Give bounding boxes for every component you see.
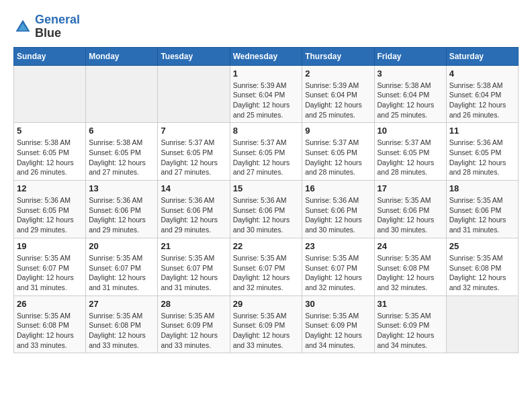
calendar-cell	[86, 65, 158, 123]
day-info: Sunrise: 5:36 AM Sunset: 6:05 PM Dayligh…	[449, 138, 515, 177]
day-info: Sunrise: 5:35 AM Sunset: 6:07 PM Dayligh…	[161, 253, 226, 293]
day-info: Sunrise: 5:35 AM Sunset: 6:09 PM Dayligh…	[378, 311, 443, 351]
calendar-cell: 31Sunrise: 5:35 AM Sunset: 6:09 PM Dayli…	[374, 295, 446, 353]
calendar-cell: 10Sunrise: 5:37 AM Sunset: 6:05 PM Dayli…	[374, 123, 446, 181]
day-number: 27	[89, 299, 154, 309]
weekday-header-saturday: Saturday	[446, 47, 518, 65]
day-number: 20	[89, 241, 154, 251]
day-number: 7	[161, 126, 226, 136]
calendar-cell: 24Sunrise: 5:35 AM Sunset: 6:08 PM Dayli…	[374, 238, 446, 295]
calendar-cell: 3Sunrise: 5:38 AM Sunset: 6:04 PM Daylig…	[374, 65, 446, 123]
calendar-cell: 8Sunrise: 5:37 AM Sunset: 6:05 PM Daylig…	[230, 123, 302, 181]
calendar-cell: 29Sunrise: 5:35 AM Sunset: 6:09 PM Dayli…	[230, 295, 302, 353]
day-info: Sunrise: 5:39 AM Sunset: 6:04 PM Dayligh…	[305, 81, 371, 120]
calendar-cell: 15Sunrise: 5:36 AM Sunset: 6:06 PM Dayli…	[230, 181, 302, 238]
weekday-header-thursday: Thursday	[302, 47, 374, 65]
calendar-cell: 5Sunrise: 5:38 AM Sunset: 6:05 PM Daylig…	[14, 123, 86, 181]
calendar-cell	[446, 295, 518, 353]
calendar-cell	[14, 65, 86, 123]
day-info: Sunrise: 5:35 AM Sunset: 6:07 PM Dayligh…	[89, 253, 154, 293]
day-number: 29	[233, 299, 300, 309]
day-info: Sunrise: 5:36 AM Sunset: 6:06 PM Dayligh…	[161, 195, 226, 235]
calendar-cell: 28Sunrise: 5:35 AM Sunset: 6:09 PM Dayli…	[158, 295, 230, 353]
day-number: 17	[378, 183, 443, 193]
calendar-cell: 30Sunrise: 5:35 AM Sunset: 6:09 PM Dayli…	[302, 295, 374, 353]
day-number: 25	[449, 241, 515, 251]
logo: General Blue	[13, 13, 80, 40]
day-number: 26	[17, 299, 83, 309]
day-info: Sunrise: 5:35 AM Sunset: 6:08 PM Dayligh…	[17, 311, 83, 351]
day-number: 19	[17, 241, 83, 251]
day-info: Sunrise: 5:35 AM Sunset: 6:09 PM Dayligh…	[161, 311, 226, 351]
day-info: Sunrise: 5:36 AM Sunset: 6:05 PM Dayligh…	[17, 195, 83, 235]
day-info: Sunrise: 5:35 AM Sunset: 6:08 PM Dayligh…	[449, 253, 515, 293]
day-number: 2	[305, 68, 371, 79]
day-info: Sunrise: 5:38 AM Sunset: 6:04 PM Dayligh…	[449, 81, 515, 120]
calendar-cell: 20Sunrise: 5:35 AM Sunset: 6:07 PM Dayli…	[86, 238, 158, 295]
day-info: Sunrise: 5:38 AM Sunset: 6:05 PM Dayligh…	[17, 138, 83, 177]
weekday-header-monday: Monday	[86, 47, 158, 65]
day-number: 18	[449, 183, 515, 193]
day-number: 10	[378, 126, 443, 136]
day-info: Sunrise: 5:37 AM Sunset: 6:05 PM Dayligh…	[161, 138, 226, 177]
day-info: Sunrise: 5:38 AM Sunset: 6:05 PM Dayligh…	[89, 138, 154, 177]
calendar-cell: 13Sunrise: 5:36 AM Sunset: 6:06 PM Dayli…	[86, 181, 158, 238]
logo-icon	[13, 17, 32, 36]
day-number: 3	[378, 68, 443, 79]
calendar-cell: 11Sunrise: 5:36 AM Sunset: 6:05 PM Dayli…	[446, 123, 518, 181]
day-info: Sunrise: 5:38 AM Sunset: 6:04 PM Dayligh…	[378, 81, 443, 120]
calendar-cell: 16Sunrise: 5:36 AM Sunset: 6:06 PM Dayli…	[302, 181, 374, 238]
day-info: Sunrise: 5:35 AM Sunset: 6:07 PM Dayligh…	[233, 253, 300, 293]
calendar-cell: 18Sunrise: 5:35 AM Sunset: 6:06 PM Dayli…	[446, 181, 518, 238]
day-info: Sunrise: 5:39 AM Sunset: 6:04 PM Dayligh…	[233, 81, 300, 120]
day-number: 9	[305, 126, 371, 136]
day-info: Sunrise: 5:35 AM Sunset: 6:06 PM Dayligh…	[449, 195, 515, 235]
weekday-header-tuesday: Tuesday	[158, 47, 230, 65]
day-number: 23	[305, 241, 371, 251]
calendar-cell: 19Sunrise: 5:35 AM Sunset: 6:07 PM Dayli…	[14, 238, 86, 295]
day-info: Sunrise: 5:37 AM Sunset: 6:05 PM Dayligh…	[378, 138, 443, 177]
day-info: Sunrise: 5:35 AM Sunset: 6:09 PM Dayligh…	[233, 311, 300, 351]
calendar-cell: 1Sunrise: 5:39 AM Sunset: 6:04 PM Daylig…	[230, 65, 302, 123]
day-number: 16	[305, 183, 371, 193]
calendar-cell: 14Sunrise: 5:36 AM Sunset: 6:06 PM Dayli…	[158, 181, 230, 238]
day-info: Sunrise: 5:37 AM Sunset: 6:05 PM Dayligh…	[305, 138, 371, 177]
calendar-cell: 26Sunrise: 5:35 AM Sunset: 6:08 PM Dayli…	[14, 295, 86, 353]
day-number: 24	[378, 241, 443, 251]
calendar-cell: 25Sunrise: 5:35 AM Sunset: 6:08 PM Dayli…	[446, 238, 518, 295]
day-number: 11	[449, 126, 515, 136]
calendar-cell: 23Sunrise: 5:35 AM Sunset: 6:07 PM Dayli…	[302, 238, 374, 295]
weekday-header-sunday: Sunday	[14, 47, 86, 65]
calendar-cell: 7Sunrise: 5:37 AM Sunset: 6:05 PM Daylig…	[158, 123, 230, 181]
day-number: 30	[305, 299, 371, 309]
day-number: 4	[449, 68, 515, 79]
day-info: Sunrise: 5:36 AM Sunset: 6:06 PM Dayligh…	[89, 195, 154, 235]
calendar-cell: 12Sunrise: 5:36 AM Sunset: 6:05 PM Dayli…	[14, 181, 86, 238]
page-header: General Blue	[13, 13, 519, 40]
day-info: Sunrise: 5:35 AM Sunset: 6:09 PM Dayligh…	[305, 311, 371, 351]
day-number: 21	[161, 241, 226, 251]
day-number: 13	[89, 183, 154, 193]
calendar-cell: 22Sunrise: 5:35 AM Sunset: 6:07 PM Dayli…	[230, 238, 302, 295]
day-number: 1	[233, 68, 300, 79]
day-info: Sunrise: 5:35 AM Sunset: 6:06 PM Dayligh…	[378, 195, 443, 235]
calendar-cell	[158, 65, 230, 123]
day-number: 31	[378, 299, 443, 309]
day-number: 22	[233, 241, 300, 251]
day-info: Sunrise: 5:36 AM Sunset: 6:06 PM Dayligh…	[305, 195, 371, 235]
day-info: Sunrise: 5:35 AM Sunset: 6:08 PM Dayligh…	[89, 311, 154, 351]
calendar-cell: 21Sunrise: 5:35 AM Sunset: 6:07 PM Dayli…	[158, 238, 230, 295]
day-number: 14	[161, 183, 226, 193]
day-number: 5	[17, 126, 83, 136]
weekday-header-friday: Friday	[374, 47, 446, 65]
day-info: Sunrise: 5:37 AM Sunset: 6:05 PM Dayligh…	[233, 138, 300, 177]
calendar-cell: 9Sunrise: 5:37 AM Sunset: 6:05 PM Daylig…	[302, 123, 374, 181]
day-number: 12	[17, 183, 83, 193]
calendar-cell: 27Sunrise: 5:35 AM Sunset: 6:08 PM Dayli…	[86, 295, 158, 353]
day-info: Sunrise: 5:35 AM Sunset: 6:07 PM Dayligh…	[305, 253, 371, 293]
day-number: 15	[233, 183, 300, 193]
day-number: 6	[89, 126, 154, 136]
day-info: Sunrise: 5:35 AM Sunset: 6:07 PM Dayligh…	[17, 253, 83, 293]
calendar-cell: 2Sunrise: 5:39 AM Sunset: 6:04 PM Daylig…	[302, 65, 374, 123]
logo-text: General Blue	[35, 13, 80, 40]
